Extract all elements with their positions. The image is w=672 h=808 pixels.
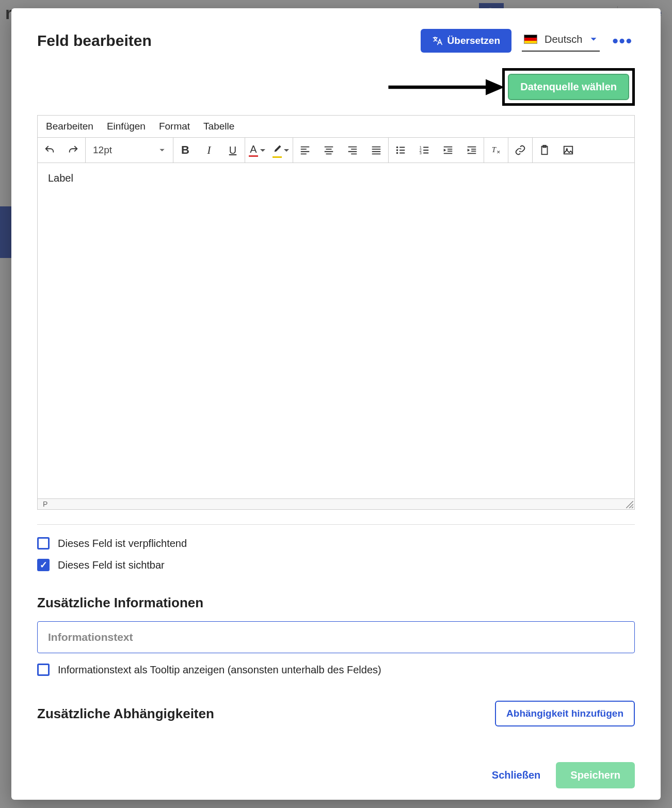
align-center-icon	[323, 144, 334, 156]
align-justify-icon	[371, 144, 382, 156]
svg-point-5	[396, 149, 398, 151]
link-button[interactable]	[508, 138, 532, 163]
editor-toolbar: 12pt B I U A	[38, 137, 634, 163]
edit-field-modal: Feld bearbeiten Übersetzen Deutsch ••• D…	[11, 8, 661, 800]
redo-icon	[68, 144, 79, 156]
toolbar-clear: T✕	[484, 138, 508, 163]
mandatory-checkbox[interactable]	[37, 537, 50, 550]
outdent-button[interactable]	[436, 138, 460, 163]
svg-marker-3	[486, 79, 504, 95]
dependencies-row: Zusätzliche Abhängigkeiten Abhängigkeit …	[37, 701, 635, 726]
indent-icon	[466, 144, 477, 156]
link-icon	[515, 144, 526, 156]
image-button[interactable]	[556, 138, 580, 163]
modal-title: Feld bearbeiten	[37, 32, 410, 50]
highlight-icon	[273, 142, 282, 158]
toolbar-color: A	[245, 138, 293, 163]
toolbar-link	[508, 138, 533, 163]
chevron-down-icon	[589, 35, 598, 43]
clear-format-icon: T✕	[490, 144, 502, 156]
info-text-input[interactable]	[37, 621, 635, 653]
modal-header: Feld bearbeiten Übersetzen Deutsch •••	[37, 29, 635, 53]
toolbar-history	[38, 138, 86, 163]
add-dependency-label: Abhängigkeit hinzufügen	[506, 708, 623, 719]
add-dependency-button[interactable]: Abhängigkeit hinzufügen	[495, 701, 635, 726]
toolbar-insert	[533, 138, 580, 163]
visible-label: Dieses Feld ist sichtbar	[58, 559, 165, 571]
editor-menubar: Bearbeiten Einfügen Format Tabelle	[38, 116, 634, 137]
language-select[interactable]: Deutsch	[522, 30, 600, 52]
flag-de-icon	[524, 35, 537, 44]
menu-format[interactable]: Format	[159, 121, 190, 132]
translate-button[interactable]: Übersetzen	[421, 29, 511, 53]
menu-insert[interactable]: Einfügen	[107, 121, 146, 132]
editor-content[interactable]: Label	[38, 163, 634, 498]
rich-text-editor: Bearbeiten Einfügen Format Tabelle 12pt …	[37, 115, 635, 510]
text-color-button[interactable]: A	[245, 138, 269, 163]
toolbar-align	[293, 138, 389, 163]
outdent-icon	[442, 144, 454, 156]
choose-datasource-label: Datenquelle wählen	[520, 81, 617, 93]
number-list-button[interactable]: 123	[412, 138, 436, 163]
choose-datasource-button[interactable]: Datenquelle wählen	[508, 74, 629, 100]
modal-footer: Schließen Speichern	[11, 750, 661, 800]
visible-checkbox[interactable]	[37, 559, 50, 571]
underline-button[interactable]: U	[221, 138, 245, 163]
visible-row: Dieses Feld ist sichtbar	[37, 559, 635, 571]
undo-button[interactable]	[38, 138, 61, 163]
italic-button[interactable]: I	[197, 138, 221, 163]
annotation-highlight: Datenquelle wählen	[502, 68, 635, 106]
text-color-icon: A	[249, 143, 258, 157]
svg-rect-14	[564, 147, 573, 154]
highlight-color-button[interactable]	[269, 138, 293, 163]
redo-button[interactable]	[61, 138, 85, 163]
save-button[interactable]: Speichern	[556, 762, 635, 788]
mandatory-label: Dieses Feld ist verpflichtend	[58, 538, 187, 550]
align-right-button[interactable]	[341, 138, 364, 163]
menu-edit[interactable]: Bearbeiten	[46, 121, 93, 132]
font-size-select[interactable]: 12pt	[86, 138, 173, 163]
resize-handle-icon[interactable]	[626, 501, 633, 508]
tooltip-row: Informationstext als Tooltip anzeigen (a…	[37, 664, 635, 676]
toolbar-text-style: B I U	[173, 138, 245, 163]
chevron-down-icon	[158, 147, 166, 154]
language-label: Deutsch	[545, 34, 582, 45]
svg-point-6	[396, 152, 398, 154]
bullet-list-icon	[395, 144, 406, 156]
section-additional-info-heading: Zusätzliche Informationen	[37, 595, 635, 611]
annotation-arrow-icon	[385, 75, 506, 99]
svg-point-4	[396, 147, 398, 149]
clipboard-icon	[539, 144, 550, 156]
align-left-button[interactable]	[293, 138, 317, 163]
divider	[37, 524, 635, 525]
font-size-value: 12pt	[93, 144, 112, 156]
tooltip-label: Informationstext als Tooltip anzeigen (a…	[58, 664, 381, 676]
svg-text:3: 3	[420, 151, 422, 155]
svg-text:✕: ✕	[497, 150, 501, 155]
bold-button[interactable]: B	[173, 138, 197, 163]
undo-icon	[44, 144, 55, 156]
translate-icon	[432, 36, 442, 46]
paste-button[interactable]	[533, 138, 556, 163]
more-menu-button[interactable]: •••	[610, 31, 635, 51]
datasource-row: Datenquelle wählen	[37, 68, 635, 106]
translate-button-label: Übersetzen	[447, 35, 500, 46]
align-right-icon	[347, 144, 358, 156]
section-dependencies-heading: Zusätzliche Abhängigkeiten	[37, 706, 214, 722]
mandatory-row: Dieses Feld ist verpflichtend	[37, 537, 635, 550]
toolbar-lists: 123	[389, 138, 484, 163]
tooltip-checkbox[interactable]	[37, 664, 50, 676]
image-icon	[563, 144, 574, 156]
align-left-icon	[299, 144, 311, 156]
align-justify-button[interactable]	[364, 138, 388, 163]
indent-button[interactable]	[460, 138, 484, 163]
align-center-button[interactable]	[317, 138, 341, 163]
bullet-list-button[interactable]	[389, 138, 412, 163]
menu-table[interactable]: Tabelle	[203, 121, 234, 132]
clear-format-button[interactable]: T✕	[484, 138, 508, 163]
close-button[interactable]: Schließen	[492, 769, 540, 781]
editor-status-path: P	[38, 498, 634, 509]
number-list-icon: 123	[419, 144, 430, 156]
